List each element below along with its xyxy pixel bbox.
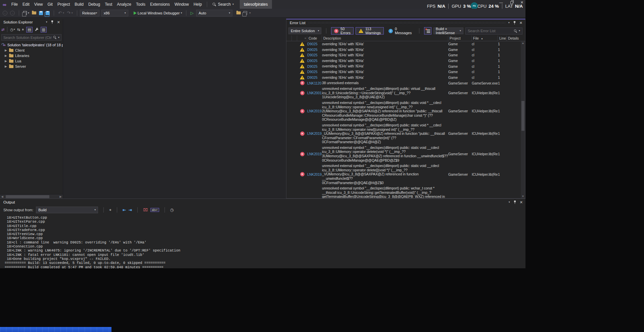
error-code-link[interactable]: D9025: [307, 53, 322, 57]
error-list-row[interactable]: D9025 overriding '/EHs' with '/EHa' Game…: [286, 69, 521, 75]
properties-wrench-icon[interactable]: [35, 27, 39, 32]
errors-toggle-button[interactable]: 50 Errors: [331, 27, 354, 35]
expand-arrow-icon[interactable]: ▶: [5, 49, 7, 52]
navigate-back-icon[interactable]: ←: [3, 11, 7, 15]
column-code[interactable]: Code: [307, 36, 322, 41]
expand-arrow-icon[interactable]: ▶: [5, 65, 7, 68]
scroll-down-icon[interactable]: ▼: [521, 195, 525, 198]
error-code-link[interactable]: D9025: [307, 42, 322, 46]
close-icon[interactable]: ✕: [520, 201, 523, 204]
close-icon[interactable]: ✕: [519, 21, 522, 25]
column-severity[interactable]: ≡: [297, 36, 307, 41]
column-description[interactable]: Description: [322, 36, 448, 41]
show-timestamp-icon[interactable]: ◷: [170, 208, 174, 212]
redo-button[interactable]: ↷▾: [65, 9, 74, 17]
column-details[interactable]: Details: [507, 36, 519, 41]
menu-item-file[interactable]: File: [9, 0, 20, 9]
column-line[interactable]: Line: [498, 36, 507, 41]
go-to-next-message-icon[interactable]: ⇥: [129, 208, 132, 212]
toggle-word-wrap-icon[interactable]: ab↵: [150, 208, 159, 212]
save-button[interactable]: [38, 9, 44, 17]
window-position-icon[interactable]: ▾: [509, 201, 510, 204]
expand-arrow-icon[interactable]: ▶: [5, 54, 7, 57]
build-output-text[interactable]: 18>UITextButton.cpp 18>UITextParse.cpp 1…: [0, 214, 525, 268]
error-code-link[interactable]: LNK2019: [307, 152, 322, 156]
vscroll-thumb[interactable]: [521, 101, 524, 131]
error-code-link[interactable]: LNK2019: [307, 172, 322, 176]
menu-item-project[interactable]: Project: [55, 0, 72, 9]
scroll-up-icon[interactable]: ▲: [521, 42, 525, 45]
go-to-previous-message-icon[interactable]: ⇤: [123, 208, 126, 212]
error-list-row[interactable]: D9025 overriding '/EHs' with '/EHa' Game…: [286, 41, 521, 47]
open-folder-button[interactable]: [31, 9, 38, 17]
find-message-in-code-icon[interactable]: ⌖: [109, 208, 111, 212]
window-position-icon[interactable]: ▾: [508, 21, 510, 24]
scroll-right-icon[interactable]: ▶: [58, 195, 63, 198]
debug-target-dropdown[interactable]: Auto▾: [196, 10, 232, 16]
undo-button[interactable]: ↶▾: [57, 9, 65, 17]
preview-selected-items-icon[interactable]: ▥: [41, 27, 47, 33]
error-list-row[interactable]: LNK2019 unresolved external symbol "__de…: [286, 163, 521, 185]
error-list-vscrollbar[interactable]: ▲ ▼: [521, 41, 525, 198]
menu-item-extensions[interactable]: Extensions: [148, 0, 172, 9]
error-code-link[interactable]: D9025: [307, 59, 322, 63]
close-icon[interactable]: ✕: [57, 20, 60, 24]
solution-configuration-dropdown[interactable]: Release▾: [80, 10, 99, 16]
solution-explorer-search-input[interactable]: [3, 36, 52, 40]
pending-changes-filter-icon[interactable]: ◷▾: [10, 27, 15, 32]
error-code-link[interactable]: D9025: [307, 75, 322, 79]
error-list-row[interactable]: LNK1120 38 unresolved externals GameServ…: [286, 80, 521, 86]
menu-item-analyze[interactable]: Analyze: [114, 0, 134, 9]
tree-folder-lua[interactable]: ▶ Lua: [0, 58, 63, 64]
navigate-forward-icon[interactable]: →: [10, 11, 15, 15]
column-blank[interactable]: [286, 36, 292, 41]
menu-item-build[interactable]: Build: [72, 0, 86, 9]
error-list-row[interactable]: D9025 overriding '/EHs' with '/EHa' Game…: [286, 52, 521, 58]
error-list-row[interactable]: LNK2019 unresolved external symbol "__de…: [286, 100, 521, 122]
scope-dropdown[interactable]: Entire Solution▾: [288, 27, 321, 34]
error-list-search-input[interactable]: [468, 29, 512, 33]
error-list-row[interactable]: D9025 overriding '/EHs' with '/EHa' Game…: [286, 75, 521, 80]
hscroll-thumb[interactable]: [6, 195, 49, 198]
start-debugging-button[interactable]: Local Windows Debugger ▾: [132, 9, 183, 17]
menu-item-edit[interactable]: Edit: [20, 0, 32, 9]
error-code-link[interactable]: LNK2001: [307, 91, 322, 95]
solution-root-node[interactable]: ∞ Solution 'talesofpirates' (18 of 18 pr: [0, 42, 63, 48]
search-menu-button[interactable]: Search ▾: [210, 2, 236, 7]
messages-toggle-button[interactable]: 0 Messages: [386, 27, 414, 35]
tree-folder-client[interactable]: ▶ Client: [0, 48, 63, 53]
filter-button[interactable]: [424, 27, 431, 35]
attach-to-process-button[interactable]: [235, 9, 242, 17]
menu-item-test[interactable]: Test: [102, 0, 114, 9]
menu-item-window[interactable]: Window: [172, 0, 191, 9]
error-list-search[interactable]: ▾: [465, 27, 522, 35]
start-without-debugging-button[interactable]: ▷: [189, 9, 195, 17]
sync-with-active-document-icon[interactable]: ⇆: [17, 27, 20, 32]
project-title-tab[interactable]: talesofpirates: [240, 0, 272, 9]
save-all-button[interactable]: [44, 9, 51, 17]
pin-icon[interactable]: [513, 21, 516, 25]
pin-icon[interactable]: [513, 201, 516, 204]
new-project-button[interactable]: ▾: [22, 9, 31, 17]
column-blank[interactable]: [292, 36, 297, 41]
drag-grip[interactable]: [308, 22, 506, 24]
collapse-all-icon[interactable]: «: [22, 27, 24, 32]
error-list-row[interactable]: LNK2019 unresolved external symbol "__de…: [286, 122, 521, 145]
error-list-row[interactable]: LNK2019 unresolved external symbol "__de…: [286, 185, 521, 198]
tree-folder-libraries[interactable]: ▶ Libraries: [0, 53, 63, 58]
switch-views-icon[interactable]: ⇄: [1, 27, 4, 32]
tree-folder-server[interactable]: ▶ Server: [0, 64, 63, 69]
warnings-toggle-button[interactable]: 113 Warnings: [356, 27, 384, 35]
error-code-link[interactable]: LNK2019: [307, 109, 322, 113]
menu-item-help[interactable]: Help: [191, 0, 204, 9]
error-list-row[interactable]: LNK2019 unresolved external symbol "__de…: [286, 145, 521, 163]
error-list-row[interactable]: D9025 overriding '/EHs' with '/EHa' Game…: [286, 47, 521, 53]
error-list-row[interactable]: D9025 overriding '/EHs' with '/EHa' Game…: [286, 63, 521, 69]
window-position-icon[interactable]: ▾: [46, 21, 47, 23]
solution-explorer-hscrollbar[interactable]: ◀ ▶: [0, 194, 63, 199]
error-code-link[interactable]: D9025: [307, 48, 322, 52]
show-all-files-icon[interactable]: ▤: [26, 27, 32, 33]
solution-platform-dropdown[interactable]: x86▾: [101, 10, 128, 16]
column-file[interactable]: File▲: [472, 36, 498, 41]
column-project[interactable]: Project: [448, 36, 472, 41]
